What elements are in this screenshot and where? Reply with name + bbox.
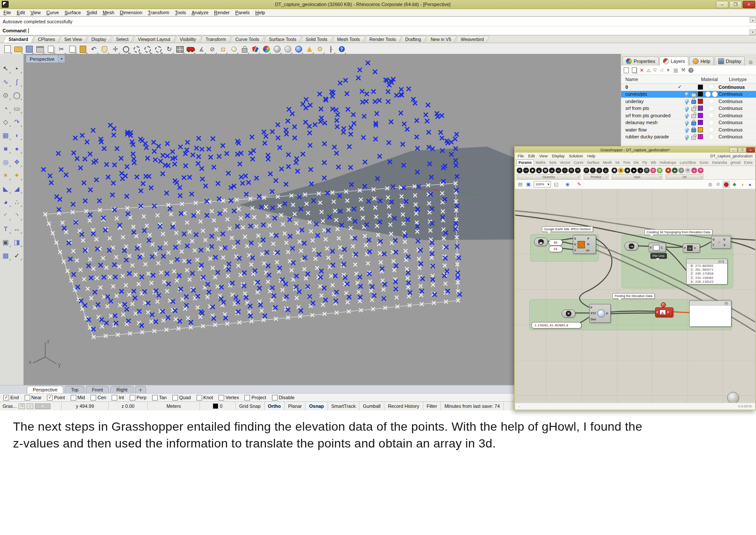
- param-in[interactable]: G: [712, 238, 715, 241]
- checkbox-icon[interactable]: [112, 395, 117, 400]
- render-icon[interactable]: [250, 44, 260, 54]
- status-pane-minutes-from-last-save-74[interactable]: Minutes from last save: 74: [441, 402, 503, 410]
- preview-shaded-icon[interactable]: ⬤: [723, 181, 730, 188]
- torus-icon[interactable]: ◎: [1, 157, 11, 167]
- ribbon-group-label[interactable]: Input+: [612, 174, 662, 179]
- close-icon[interactable]: ✕: [35, 404, 50, 409]
- integer-icon[interactable]: 7: [590, 168, 596, 173]
- circle-icon[interactable]: ✕: [517, 168, 522, 173]
- twisted-box-icon[interactable]: ⊞: [569, 168, 574, 173]
- select-arrow-icon[interactable]: ↖: [1, 63, 11, 73]
- copy-to-clipboard-icon[interactable]: [46, 44, 56, 54]
- gh-tab-kangaroo[interactable]: Kangaroo: [754, 160, 756, 166]
- object-hierarchy-icon[interactable]: ┠: [326, 44, 336, 54]
- polygon-icon[interactable]: ◇: [1, 117, 11, 127]
- transform-icon[interactable]: ◨: [12, 237, 22, 247]
- gh-menu-file[interactable]: File: [518, 154, 524, 158]
- named-view-icon[interactable]: [186, 44, 196, 54]
- new-layer-icon[interactable]: [624, 67, 629, 73]
- layer-color-swatch[interactable]: [698, 113, 703, 118]
- checkbox-icon[interactable]: [25, 395, 30, 400]
- toggle-icon[interactable]: ◑: [637, 168, 643, 173]
- knob-icon[interactable]: ◉: [625, 168, 630, 173]
- param-in[interactable]: S: [574, 237, 576, 240]
- osnap-quad[interactable]: Quad: [172, 395, 191, 400]
- current-layer-pane[interactable]: 0: [200, 402, 236, 410]
- param-out[interactable]: V: [694, 247, 696, 250]
- toolbar-tab-visibility[interactable]: Visibility: [174, 36, 202, 43]
- boolean-union-icon[interactable]: ◕: [1, 197, 11, 207]
- gh-tab-int[interactable]: Int: [614, 160, 621, 166]
- osnap-vertex[interactable]: Vertex: [219, 395, 239, 400]
- viewport-tab-perspective[interactable]: Perspective: [27, 386, 63, 393]
- points-param-node[interactable]: ✕: [562, 310, 575, 318]
- gh-tab-sonic[interactable]: Sonic: [698, 160, 710, 166]
- distance-icon[interactable]: ∡: [197, 44, 206, 54]
- annotate-flag-icon[interactable]: [304, 44, 314, 54]
- gh-menu-view[interactable]: View: [539, 154, 547, 158]
- lightbulb-icon[interactable]: [685, 135, 689, 139]
- status-pane-gumball[interactable]: Gumball: [359, 402, 384, 410]
- save-file-icon[interactable]: [24, 44, 34, 54]
- ghosted-sphere-icon[interactable]: [283, 44, 293, 54]
- ellipse-icon[interactable]: ◯: [12, 90, 22, 100]
- move-node[interactable]: G T ↗ G X: [711, 236, 731, 249]
- group-icon[interactable]: ▣: [1, 237, 11, 247]
- gh-menu-display[interactable]: Display: [552, 154, 565, 158]
- point-icon[interactable]: ●: [549, 168, 555, 173]
- locked-lock-icon[interactable]: [691, 128, 696, 132]
- checkbox-icon[interactable]: [244, 395, 250, 400]
- relay-out-icon[interactable]: ➜: [685, 168, 690, 173]
- material-icon[interactable]: [709, 127, 714, 132]
- toolbar-tab-set-view[interactable]: Set View: [59, 36, 88, 43]
- button-icon[interactable]: ▣: [612, 168, 617, 173]
- toolbar-tab-surface-tools[interactable]: Surface Tools: [263, 36, 302, 43]
- ribbon-group-label[interactable]: Util+: [665, 174, 703, 179]
- layer-row[interactable]: delaunay meshContinuous: [621, 119, 756, 127]
- close-button[interactable]: ×: [743, 1, 755, 8]
- visibility-cell[interactable]: [683, 99, 690, 103]
- lock-cell[interactable]: [690, 127, 697, 132]
- gh-minimize-button[interactable]: –: [729, 147, 737, 153]
- gh-close-button[interactable]: ×: [747, 147, 755, 153]
- osnap-knot[interactable]: Knot: [197, 395, 213, 400]
- zoom-frame-icon[interactable]: ◱: [553, 181, 559, 188]
- gh-tab-heliotrope[interactable]: Heliotrope: [658, 160, 678, 166]
- status-pane-filter[interactable]: Filter: [423, 402, 441, 410]
- paste-icon[interactable]: [78, 44, 88, 54]
- gh-tab-vector[interactable]: Vector: [558, 160, 572, 166]
- panel-tab-display[interactable]: Display: [715, 56, 745, 66]
- visibility-cell[interactable]: [683, 92, 690, 96]
- toolbar-tab-curve-tools[interactable]: Curve Tools: [230, 36, 265, 43]
- explode-icon[interactable]: ✶: [1, 170, 11, 180]
- move-up-icon[interactable]: △: [647, 68, 650, 72]
- menu-tools[interactable]: Tools: [175, 10, 186, 15]
- osnap-point[interactable]: ✓Point: [47, 395, 65, 400]
- error-balloon-icon[interactable]: [661, 302, 666, 307]
- checkbox-icon[interactable]: ✓: [47, 395, 53, 400]
- param-in[interactable]: F: [684, 247, 686, 250]
- viewport-tab-right[interactable]: Right: [110, 386, 134, 393]
- lightbulb-icon[interactable]: [685, 99, 689, 103]
- save-definition-icon[interactable]: ▣: [525, 181, 531, 188]
- toolbar-tab-transform[interactable]: Transform: [200, 36, 232, 43]
- geometry-icon[interactable]: ◆: [530, 168, 535, 173]
- panel-tab-help[interactable]: Help: [689, 56, 714, 66]
- srf-sweep-icon[interactable]: ◗: [12, 130, 22, 140]
- osnap-int[interactable]: Int: [112, 395, 124, 400]
- flask-icon[interactable]: ⚗: [698, 168, 703, 173]
- param-out[interactable]: G: [723, 238, 725, 241]
- gh-tab-ghowl[interactable]: gHowl: [729, 160, 743, 166]
- visibility-cell[interactable]: [683, 113, 690, 117]
- gh-tab-fly[interactable]: Fly: [640, 160, 649, 166]
- shaded-sphere-icon[interactable]: [272, 44, 282, 54]
- material-icon[interactable]: [709, 84, 714, 90]
- param-out[interactable]: P: [606, 312, 608, 315]
- gh-menu-solution[interactable]: Solution: [569, 154, 583, 158]
- lightbulb-icon[interactable]: [685, 121, 689, 125]
- material-icon[interactable]: [709, 120, 714, 125]
- open-definition-icon[interactable]: ▤: [517, 181, 523, 188]
- color-wheel-icon[interactable]: [261, 44, 271, 54]
- check-icon[interactable]: ✓: [12, 250, 22, 260]
- number-icon[interactable]: 0: [597, 168, 602, 173]
